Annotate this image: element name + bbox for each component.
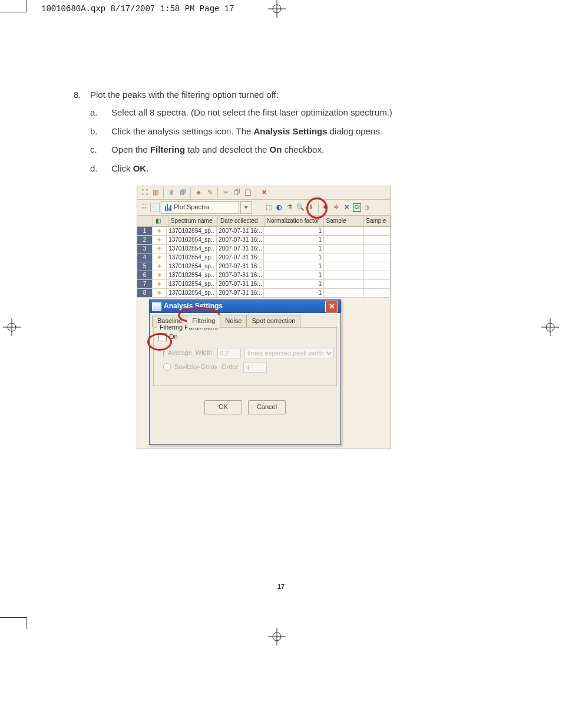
plot-spectra-label: Plot Spectra [174,203,209,212]
registration-mark [0,318,24,336]
analysis-settings-icon[interactable]: 🔍 [296,203,305,212]
col-sample[interactable]: Sample [363,216,391,226]
table-body: 1◈1370102854_sp..2007-07-31 16:..12◈1370… [137,227,391,298]
substep-letter: b. [90,125,111,138]
copy-icon[interactable]: 🗍 [232,188,242,197]
substep-text: Click the analysis settings icon. The An… [111,125,382,138]
savitzky-golay-label: Savitzky-Golay [174,363,218,372]
toolbar-icon[interactable]: 🗐 [178,188,187,197]
width-label: Width: [196,348,214,358]
crop-mark-header: 10010680A.qxp 8/17/2007 1:58 PM Page 17 [41,3,234,15]
toolbar-icon[interactable]: ⛶ [140,188,149,197]
tab-spot-correction[interactable]: Spot correction [246,315,300,327]
toolbar-icon[interactable]: ✕ [342,203,352,212]
col-sample-name[interactable]: Sample name [324,216,364,226]
toolbar-top: ⛶ ▥ 🗎 🗐 ♣ ✎ ✂ 🗍 📋 ✕ [137,186,391,200]
width-input[interactable] [217,348,241,358]
average-label: Average [168,348,192,358]
toolbar-icon[interactable]: ✲ [332,203,341,212]
crop-mark [0,617,27,618]
grid-icon[interactable] [150,203,160,212]
on-label: On [169,332,178,342]
instruction-content: 8. Plot the peaks with the filtering opt… [74,88,533,186]
dropdown-arrow-icon[interactable]: ▾ [240,201,252,214]
paste-icon[interactable]: 📋 [243,188,253,197]
crop-mark [27,0,27,12]
table-row[interactable]: 2◈1370102854_sp..2007-07-31 16:..1 [137,236,391,245]
average-radio[interactable] [163,349,164,357]
toolbar-icon[interactable]: ⬇ [306,203,316,212]
toolbar-icon[interactable]: Cl [353,203,361,212]
table-row[interactable]: 7◈1370102854_sp..2007-07-31 16:..1 [137,280,391,289]
col-date-collected[interactable]: Date collected [218,216,265,226]
table-row[interactable]: 1◈1370102854_sp..2007-07-31 16:..1 [137,227,391,236]
toolbar-icon[interactable]: ▥ [151,188,160,197]
col-spectrum-name[interactable]: Spectrum name [168,216,218,226]
page-number: 17 [0,582,562,592]
substep-letter: c. [90,143,111,156]
close-icon[interactable]: ✕ [325,301,338,312]
tab-filtering[interactable]: Filtering [187,315,220,328]
toolbar-main: ☷ Plot Spectra ▾ ⬚ ◐ ⚗ 🔍 ⬇ ✱ ✲ ✕ Cl ◑ [137,200,391,216]
toolbar-icon[interactable]: ⬚ [264,203,273,212]
crop-mark [0,12,27,12]
toolbar-icon[interactable]: ✎ [205,188,214,197]
on-checkbox[interactable] [158,333,167,341]
crop-mark [27,617,27,629]
dialog-icon [152,302,161,311]
dialog-titlebar: Analysis Settings ✕ [150,300,340,313]
registration-mark [538,318,562,336]
delete-icon[interactable]: ✕ [259,188,269,197]
order-input[interactable] [243,362,267,373]
app-screenshot: ⛶ ▥ 🗎 🗐 ♣ ✎ ✂ 🗍 📋 ✕ ☷ Plot Spectra ▾ ⬚ ◐… [137,186,391,449]
registration-mark [265,628,289,645]
toolbar-icon[interactable]: ◑ [362,203,372,212]
filtering-parameters-group: Filtering Parameters On Average Width: t… [153,327,337,386]
toolbar-icon[interactable]: ⚗ [285,203,295,212]
toolbar-icon[interactable]: ♣ [194,188,203,197]
toolbar-icon[interactable]: ◐ [275,203,284,212]
step-intro: Plot the peaks with the filtering option… [90,90,279,100]
step-number: 8. [74,88,90,181]
savitzky-golay-radio[interactable] [163,363,171,371]
width-units-select[interactable]: times expected peak width [244,348,334,358]
table-row[interactable]: 4◈1370102854_sp..2007-07-31 16:..1 [137,253,391,262]
col-normalization-factor[interactable]: Normalization factor [265,216,324,226]
substep-text: Click OK. [111,162,148,175]
cut-icon[interactable]: ✂ [221,188,230,197]
analysis-settings-dialog: Analysis Settings ✕ Baseline Filtering N… [149,299,341,445]
substep-letter: d. [90,162,111,175]
registration-mark [265,0,289,18]
table-row[interactable]: 3◈1370102854_sp..2007-07-31 16:..1 [137,245,391,253]
table-row[interactable]: 8◈1370102854_sp..2007-07-31 16:..1 [137,289,391,298]
substep-letter: a. [90,106,111,119]
ok-button[interactable]: OK [204,400,242,414]
tab-noise[interactable]: Noise [220,315,247,327]
plot-spectra-button[interactable]: Plot Spectra [161,201,239,214]
table-row[interactable]: 6◈1370102854_sp..2007-07-31 16:..1 [137,271,391,280]
dialog-title: Analysis Settings [164,301,223,311]
cancel-button[interactable]: Cancel [248,400,286,414]
substep-text: Open the Filtering tab and deselect the … [111,143,324,156]
tree-icon[interactable]: ☷ [140,203,149,212]
chart-icon [165,204,171,211]
substep-text: Select all 8 spectra. (Do not select the… [111,106,392,119]
toolbar-icon[interactable]: 🗎 [167,188,176,197]
toolbar-icon[interactable]: ✱ [321,203,330,212]
table-header-row: ◧ Spectrum name Date collected Normaliza… [137,216,391,227]
table-row[interactable]: 5◈1370102854_sp..2007-07-31 16:..1 [137,262,391,271]
order-label: Order: [222,363,240,372]
